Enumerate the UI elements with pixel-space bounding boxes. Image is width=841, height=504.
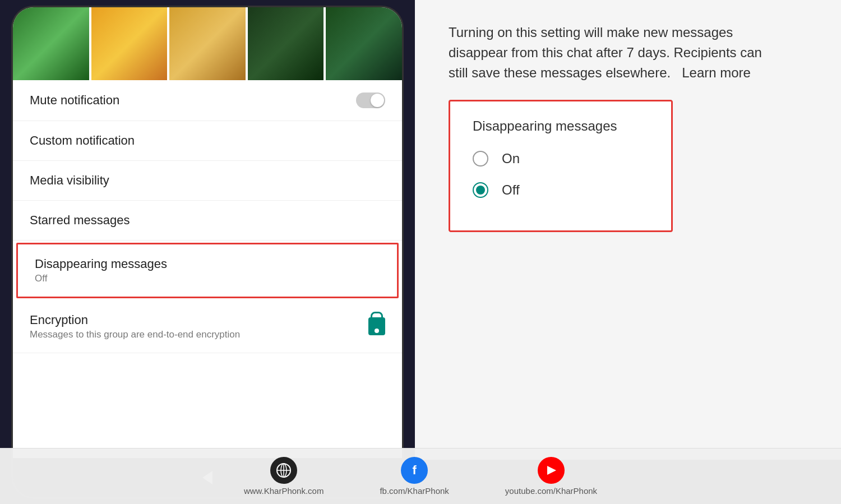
- radio-label-off: Off: [502, 182, 520, 198]
- settings-item-starred[interactable]: Starred messages: [13, 201, 402, 241]
- description-text: Turning on this setting will make new me…: [449, 22, 763, 83]
- mute-content: Mute notification: [30, 93, 119, 108]
- radio-label-on: On: [502, 151, 520, 167]
- disappearing-dialog: Disappearing messages On Off: [449, 100, 673, 232]
- media-thumb-3: [169, 7, 246, 80]
- web-label: www.KharPhonk.com: [244, 486, 324, 496]
- disappearing-content: Disappearing messages Off: [35, 257, 167, 284]
- mute-title: Mute notification: [30, 93, 119, 108]
- mute-toggle[interactable]: [356, 93, 385, 108]
- lock-keyhole: [375, 329, 379, 333]
- watermark-web: www.KharPhonk.com: [244, 457, 324, 496]
- fb-label: fb.com/KharPhonk: [380, 486, 449, 496]
- phone-screen: Mute notification Custom notification: [13, 7, 402, 497]
- dialog-title: Disappearing messages: [473, 118, 649, 134]
- watermark-bar: www.KharPhonk.com f fb.com/KharPhonk you…: [0, 448, 841, 504]
- page-wrapper: Mute notification Custom notification: [0, 0, 841, 504]
- phone-frame: Mute notification Custom notification: [11, 6, 404, 499]
- radio-circle-on[interactable]: [473, 151, 488, 167]
- starred-content: Starred messages: [30, 213, 130, 228]
- learn-more-link[interactable]: Learn more: [682, 65, 751, 80]
- lock-icon: [368, 317, 385, 335]
- settings-item-mute[interactable]: Mute notification: [13, 80, 402, 121]
- settings-item-custom[interactable]: Custom notification: [13, 121, 402, 161]
- fb-icon: f: [401, 457, 428, 484]
- media-thumbnails: [13, 7, 402, 80]
- encryption-title: Encryption: [30, 313, 240, 327]
- svg-marker-4: [547, 466, 556, 475]
- yt-icon: [538, 457, 565, 484]
- radio-option-on[interactable]: On: [473, 151, 649, 167]
- radio-option-off[interactable]: Off: [473, 182, 649, 198]
- starred-title: Starred messages: [30, 213, 130, 228]
- settings-list: Mute notification Custom notification: [13, 80, 402, 458]
- encryption-content: Encryption Messages to this group are en…: [30, 313, 240, 340]
- settings-item-encryption[interactable]: Encryption Messages to this group are en…: [13, 300, 402, 353]
- right-info-panel: Turning on this setting will make new me…: [415, 0, 841, 460]
- encryption-subtitle: Messages to this group are end-to-end en…: [30, 329, 240, 340]
- web-icon: [270, 457, 297, 484]
- media-thumb-1: [13, 7, 89, 80]
- custom-title: Custom notification: [30, 133, 135, 148]
- content-area: Mute notification Custom notification: [0, 0, 841, 460]
- watermark-yt: youtube.com/KharPhonk: [505, 457, 597, 496]
- watermark-fb: f fb.com/KharPhonk: [380, 457, 449, 496]
- disappearing-subtitle: Off: [35, 273, 167, 284]
- settings-item-disappearing[interactable]: Disappearing messages Off: [16, 243, 399, 298]
- media-thumb-2: [91, 7, 168, 80]
- phone-left: Mute notification Custom notification: [0, 0, 415, 504]
- media-title: Media visibility: [30, 173, 109, 188]
- settings-item-media[interactable]: Media visibility: [13, 161, 402, 201]
- media-thumb-4: [248, 7, 324, 80]
- media-thumb-5: [326, 7, 402, 80]
- custom-content: Custom notification: [30, 133, 135, 148]
- radio-circle-off[interactable]: [473, 182, 488, 198]
- yt-label: youtube.com/KharPhonk: [505, 486, 597, 496]
- disappearing-title: Disappearing messages: [35, 257, 167, 271]
- media-content: Media visibility: [30, 173, 109, 188]
